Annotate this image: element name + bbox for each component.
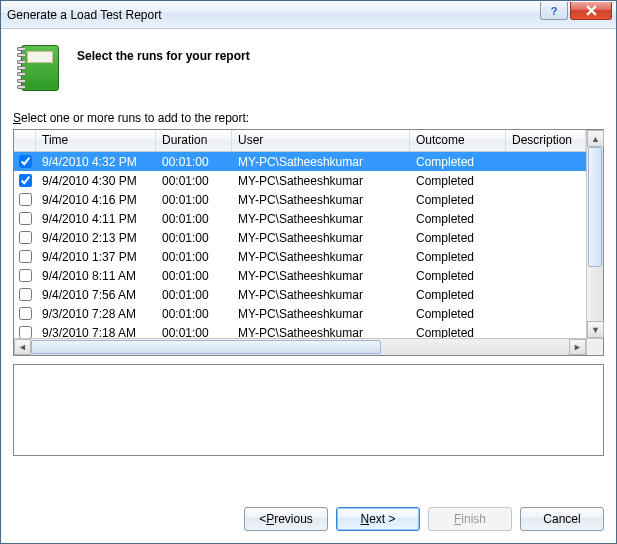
row-checkbox[interactable]	[19, 231, 32, 244]
row-checkbox-cell	[14, 305, 36, 322]
help-button[interactable]: ?	[540, 2, 568, 20]
row-checkbox-cell	[14, 229, 36, 246]
horizontal-scrollbar[interactable]: ◄ ►	[14, 338, 603, 355]
table-row[interactable]: 9/3/2010 7:28 AM00:01:00MY-PC\Satheeshku…	[14, 304, 586, 323]
row-checkbox-cell	[14, 248, 36, 265]
cell-time: 9/4/2010 2:13 PM	[36, 229, 156, 247]
cell-description	[506, 331, 586, 335]
cell-time: 9/3/2010 7:18 AM	[36, 324, 156, 339]
wizard-buttons: < Previous Next > Finish Cancel	[13, 493, 604, 531]
table-row[interactable]: 9/3/2010 7:18 AM00:01:00MY-PC\Satheeshku…	[14, 323, 586, 338]
row-checkbox-cell	[14, 172, 36, 189]
table-row[interactable]: 9/4/2010 7:56 AM00:01:00MY-PC\Satheeshku…	[14, 285, 586, 304]
table-row[interactable]: 9/4/2010 8:11 AM00:01:00MY-PC\Satheeshku…	[14, 266, 586, 285]
cell-duration: 00:01:00	[156, 267, 232, 285]
row-checkbox[interactable]	[19, 307, 32, 320]
col-time[interactable]: Time	[36, 130, 156, 151]
cell-description	[506, 274, 586, 278]
cell-time: 9/3/2010 7:28 AM	[36, 305, 156, 323]
cell-duration: 00:01:00	[156, 153, 232, 171]
table-row[interactable]: 9/4/2010 4:16 PM00:01:00MY-PC\Satheeshku…	[14, 190, 586, 209]
cell-time: 9/4/2010 1:37 PM	[36, 248, 156, 266]
scroll-thumb-v[interactable]	[588, 147, 602, 267]
cancel-button[interactable]: Cancel	[520, 507, 604, 531]
report-icon	[17, 43, 61, 93]
title-bar[interactable]: Generate a Load Test Report ?	[1, 1, 616, 29]
cell-user: MY-PC\Satheeshkumar	[232, 324, 410, 339]
col-checkbox[interactable]	[14, 130, 36, 151]
row-checkbox[interactable]	[19, 155, 32, 168]
row-checkbox[interactable]	[19, 326, 32, 338]
cell-duration: 00:01:00	[156, 172, 232, 190]
row-checkbox-cell	[14, 267, 36, 284]
cell-duration: 00:01:00	[156, 324, 232, 339]
cell-outcome: Completed	[410, 229, 506, 247]
scroll-left-icon[interactable]: ◄	[14, 339, 31, 355]
col-user[interactable]: User	[232, 130, 410, 151]
close-button[interactable]	[570, 2, 612, 20]
finish-button[interactable]: Finish	[428, 507, 512, 531]
close-icon	[586, 5, 597, 16]
scroll-down-icon[interactable]: ▼	[587, 321, 604, 338]
table-row[interactable]: 9/4/2010 4:11 PM00:01:00MY-PC\Satheeshku…	[14, 209, 586, 228]
row-checkbox[interactable]	[19, 212, 32, 225]
grid-header: Time Duration User Outcome Description	[14, 130, 586, 152]
previous-button[interactable]: < Previous	[244, 507, 328, 531]
window-buttons: ?	[540, 1, 616, 28]
row-checkbox-cell	[14, 153, 36, 170]
cell-duration: 00:01:00	[156, 191, 232, 209]
cell-description	[506, 255, 586, 259]
col-outcome[interactable]: Outcome	[410, 130, 506, 151]
scroll-right-icon[interactable]: ►	[569, 339, 586, 355]
scroll-thumb-h[interactable]	[31, 340, 381, 354]
scroll-track-v[interactable]	[587, 147, 603, 321]
cell-user: MY-PC\Satheeshkumar	[232, 191, 410, 209]
scroll-up-icon[interactable]: ▲	[587, 130, 604, 147]
wizard-header: Select the runs for your report	[13, 39, 604, 111]
vertical-scrollbar[interactable]: ▲ ▼	[586, 130, 603, 338]
cell-time: 9/4/2010 7:56 AM	[36, 286, 156, 304]
row-checkbox[interactable]	[19, 174, 32, 187]
cell-outcome: Completed	[410, 210, 506, 228]
row-checkbox-cell	[14, 324, 36, 338]
cell-description	[506, 198, 586, 202]
col-description[interactable]: Description	[506, 130, 586, 151]
cell-user: MY-PC\Satheeshkumar	[232, 286, 410, 304]
table-row[interactable]: 9/4/2010 4:30 PM00:01:00MY-PC\Satheeshku…	[14, 171, 586, 190]
client-area: Select the runs for your report Select o…	[1, 29, 616, 543]
row-checkbox[interactable]	[19, 250, 32, 263]
header-text: Select the runs for your report	[77, 43, 250, 63]
scroll-track-h[interactable]	[31, 339, 569, 355]
cell-time: 9/4/2010 8:11 AM	[36, 267, 156, 285]
cell-outcome: Completed	[410, 191, 506, 209]
cell-description	[506, 217, 586, 221]
cell-user: MY-PC\Satheeshkumar	[232, 248, 410, 266]
cell-user: MY-PC\Satheeshkumar	[232, 153, 410, 171]
cell-user: MY-PC\Satheeshkumar	[232, 229, 410, 247]
next-button[interactable]: Next >	[336, 507, 420, 531]
table-row[interactable]: 9/4/2010 1:37 PM00:01:00MY-PC\Satheeshku…	[14, 247, 586, 266]
cell-duration: 00:01:00	[156, 286, 232, 304]
cell-outcome: Completed	[410, 286, 506, 304]
cell-user: MY-PC\Satheeshkumar	[232, 267, 410, 285]
cell-time: 9/4/2010 4:30 PM	[36, 172, 156, 190]
cell-time: 9/4/2010 4:16 PM	[36, 191, 156, 209]
table-row[interactable]: 9/4/2010 4:32 PM00:01:00MY-PC\Satheeshku…	[14, 152, 586, 171]
cell-duration: 00:01:00	[156, 210, 232, 228]
cell-time: 9/4/2010 4:11 PM	[36, 210, 156, 228]
cell-duration: 00:01:00	[156, 305, 232, 323]
cell-outcome: Completed	[410, 153, 506, 171]
col-duration[interactable]: Duration	[156, 130, 232, 151]
row-checkbox[interactable]	[19, 288, 32, 301]
cell-outcome: Completed	[410, 248, 506, 266]
cell-description	[506, 160, 586, 164]
grid-rows: 9/4/2010 4:32 PM00:01:00MY-PC\Satheeshku…	[14, 152, 586, 338]
row-checkbox-cell	[14, 191, 36, 208]
instruction-label: Select one or more runs to add to the re…	[13, 111, 604, 125]
cell-description	[506, 293, 586, 297]
cell-time: 9/4/2010 4:32 PM	[36, 153, 156, 171]
row-checkbox[interactable]	[19, 269, 32, 282]
table-row[interactable]: 9/4/2010 2:13 PM00:01:00MY-PC\Satheeshku…	[14, 228, 586, 247]
dialog-window: Generate a Load Test Report ? Select the…	[0, 0, 617, 544]
row-checkbox[interactable]	[19, 193, 32, 206]
